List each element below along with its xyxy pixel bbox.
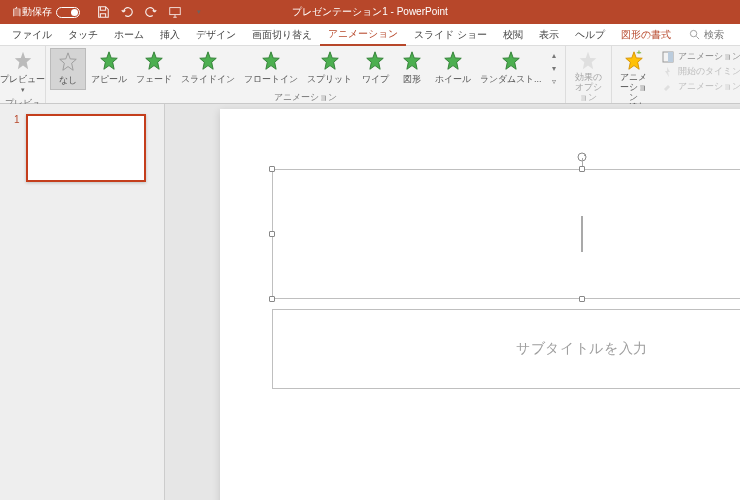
star-icon xyxy=(401,50,423,72)
tab-ホーム[interactable]: ホーム xyxy=(106,24,152,46)
tab-デザイン[interactable]: デザイン xyxy=(188,24,244,46)
toggle-switch[interactable] xyxy=(56,7,80,18)
star-icon xyxy=(197,50,219,72)
tab-図形の書式[interactable]: 図形の書式 xyxy=(613,24,679,46)
gallery-more-button[interactable]: ▴▾▿ xyxy=(547,48,561,90)
resize-handle[interactable] xyxy=(269,231,275,237)
thumbnail-number: 1 xyxy=(14,114,20,182)
star-icon xyxy=(98,50,120,72)
thumbnail-image xyxy=(26,114,146,182)
star-icon xyxy=(319,50,341,72)
animation-図形[interactable]: 図形 xyxy=(394,48,430,88)
star-icon xyxy=(260,50,282,72)
save-icon[interactable] xyxy=(96,5,110,19)
painter-icon xyxy=(662,81,674,93)
animation-フェード[interactable]: フェード xyxy=(132,48,176,88)
animation-スプリット[interactable]: スプリット xyxy=(303,48,356,88)
svg-point-1 xyxy=(690,30,696,36)
preview-icon xyxy=(12,50,34,72)
star-icon xyxy=(500,50,522,72)
effect-options-group: 効果の オプション xyxy=(566,46,612,103)
undo-icon[interactable] xyxy=(120,5,134,19)
tab-ファイル[interactable]: ファイル xyxy=(4,24,60,46)
star-icon xyxy=(57,51,79,73)
svg-point-4 xyxy=(578,153,586,161)
svg-rect-3 xyxy=(668,52,673,62)
advanced-animation-group: アニメーション の追加 ▾ アニメーション ウィンドウ 開始のタイミング アニメ… xyxy=(612,46,740,103)
workspace: 1 サブタイトルを入力 xyxy=(0,104,740,500)
preview-label: プレビュー xyxy=(0,73,45,86)
start-slideshow-icon[interactable] xyxy=(168,5,182,19)
tab-ヘルプ[interactable]: ヘルプ xyxy=(567,24,613,46)
slide: サブタイトルを入力 xyxy=(220,109,740,500)
tab-アニメーション[interactable]: アニメーション xyxy=(320,24,406,46)
animation-なし[interactable]: なし xyxy=(50,48,86,90)
animation-gallery-group: なしアピールフェードスライドインフロートインスプリットワイプ図形ホイールランダム… xyxy=(46,46,566,103)
chevron-down-icon: ▾ xyxy=(21,86,25,94)
tab-校閲[interactable]: 校閲 xyxy=(495,24,531,46)
qat-dropdown-icon[interactable]: ▾ xyxy=(192,5,206,19)
preview-group: プレビュー ▾ プレビュー xyxy=(0,46,46,103)
resize-handle[interactable] xyxy=(579,296,585,302)
resize-handle[interactable] xyxy=(269,166,275,172)
pane-icon xyxy=(662,51,674,63)
star-icon xyxy=(442,50,464,72)
title-placeholder[interactable] xyxy=(272,169,740,299)
titlebar: 自動保存 ▾ プレゼンテーション1 - PowerPoint xyxy=(0,0,740,24)
slide-canvas[interactable]: サブタイトルを入力 xyxy=(165,104,740,500)
add-animation-icon xyxy=(623,50,645,72)
subtitle-placeholder[interactable]: サブタイトルを入力 xyxy=(272,309,740,389)
effect-options-button: 効果の オプション xyxy=(570,48,607,105)
tab-表示[interactable]: 表示 xyxy=(531,24,567,46)
animation-アピール[interactable]: アピール xyxy=(87,48,131,88)
tab-画面切り替え[interactable]: 画面切り替え xyxy=(244,24,320,46)
search-box[interactable]: 検索 xyxy=(689,28,724,42)
animation-pane-button[interactable]: アニメーション ウィンドウ xyxy=(662,50,740,63)
autosave-label: 自動保存 xyxy=(12,5,52,19)
animation-painter-button: アニメーションのコピー/貼り付け xyxy=(662,80,740,93)
subtitle-text: サブタイトルを入力 xyxy=(516,340,648,358)
autosave-toggle[interactable]: 自動保存 xyxy=(6,5,86,19)
ribbon: プレビュー ▾ プレビュー なしアピールフェードスライドインフロートインスプリッ… xyxy=(0,46,740,104)
tab-タッチ[interactable]: タッチ xyxy=(60,24,106,46)
text-cursor xyxy=(582,216,583,252)
svg-rect-0 xyxy=(170,8,181,15)
star-icon xyxy=(364,50,386,72)
trigger-button: 開始のタイミング xyxy=(662,65,740,78)
tab-スライド ショー[interactable]: スライド ショー xyxy=(406,24,495,46)
redo-icon[interactable] xyxy=(144,5,158,19)
search-icon xyxy=(689,29,700,40)
ribbon-tabs: ファイルタッチホーム挿入デザイン画面切り替えアニメーションスライド ショー校閲表… xyxy=(0,24,740,46)
animation-スライドイン[interactable]: スライドイン xyxy=(177,48,239,88)
advanced-buttons: アニメーション ウィンドウ 開始のタイミング アニメーションのコピー/貼り付け xyxy=(656,48,740,95)
trigger-icon xyxy=(662,66,674,78)
preview-button[interactable]: プレビュー ▾ xyxy=(4,48,41,96)
animation-ホイール[interactable]: ホイール xyxy=(431,48,475,88)
slide-thumbnails-panel: 1 xyxy=(0,104,165,500)
effect-options-icon xyxy=(577,50,599,72)
tab-挿入[interactable]: 挿入 xyxy=(152,24,188,46)
animation-フロートイン[interactable]: フロートイン xyxy=(240,48,302,88)
animation-ワイプ[interactable]: ワイプ xyxy=(357,48,393,88)
resize-handle[interactable] xyxy=(269,296,275,302)
thumbnail-1[interactable]: 1 xyxy=(14,114,150,182)
resize-handle[interactable] xyxy=(579,166,585,172)
rotate-handle[interactable] xyxy=(577,148,587,158)
effect-options-label: 効果の オプション xyxy=(574,73,603,103)
window-title: プレゼンテーション1 - PowerPoint xyxy=(292,5,448,19)
star-icon xyxy=(143,50,165,72)
animation-ランダムスト...[interactable]: ランダムスト... xyxy=(476,48,546,88)
quick-access-toolbar: ▾ xyxy=(96,5,206,19)
